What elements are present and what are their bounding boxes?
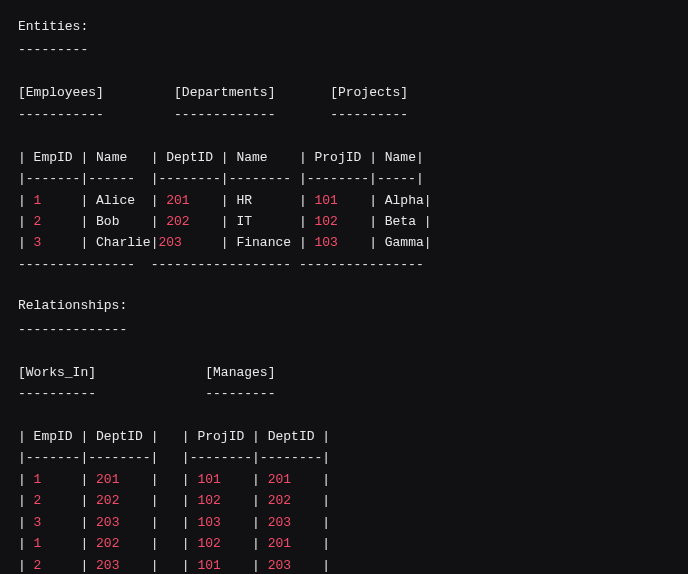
dept-row2-id: 203 xyxy=(158,235,181,250)
emp-row0-name: Alice xyxy=(96,193,135,208)
wi-row1-dept: 202 xyxy=(96,493,119,508)
dept-row0-name: HR xyxy=(236,193,252,208)
proj-row0-name: Alpha xyxy=(385,193,424,208)
relationships-heading-underline: -------------- xyxy=(18,319,670,340)
manages-col-0: ProjID xyxy=(197,429,244,444)
dept-row0-id: 201 xyxy=(166,193,189,208)
proj-row1-id: 102 xyxy=(315,214,338,229)
projects-col-1: Name xyxy=(385,150,416,165)
mg-row0-proj: 101 xyxy=(197,472,220,487)
wi-row0-dept: 201 xyxy=(96,472,119,487)
worksin-col-1: DeptID xyxy=(96,429,143,444)
dept-row1-id: 202 xyxy=(166,214,189,229)
proj-row1-name: Beta xyxy=(385,214,416,229)
mg-row1-dept: 202 xyxy=(268,493,291,508)
departments-label: [Departments] xyxy=(174,85,275,100)
entities-heading: Entities: xyxy=(18,16,670,37)
dept-row1-name: IT xyxy=(236,214,252,229)
wi-row3-dept: 202 xyxy=(96,536,119,551)
entities-heading-underline: --------- xyxy=(18,39,670,60)
worksin-col-0: EmpID xyxy=(34,429,73,444)
proj-row2-name: Gamma xyxy=(385,235,424,250)
manages-col-1: DeptID xyxy=(268,429,315,444)
mg-row3-dept: 201 xyxy=(268,536,291,551)
manages-table: [Manages] --------- | ProjID | DeptID | … xyxy=(182,340,330,574)
relationships-heading: Relationships: xyxy=(18,295,670,316)
departments-col-0: DeptID xyxy=(166,150,213,165)
wi-row4-dept: 203 xyxy=(96,558,119,573)
departments-table: [Departments] ------------- | DeptID | N… xyxy=(151,61,299,275)
works-in-table: [Works_In] ---------- | EmpID | DeptID |… xyxy=(18,340,182,574)
employees-table: [Employees] ----------- | EmpID | Name |… xyxy=(18,61,151,275)
emp-row1-name: Bob xyxy=(96,214,119,229)
mg-row3-proj: 102 xyxy=(197,536,220,551)
proj-row0-id: 101 xyxy=(315,193,338,208)
works-in-label: [Works_In] xyxy=(18,365,96,380)
mg-row4-dept: 203 xyxy=(268,558,291,573)
manages-label: [Manages] xyxy=(205,365,275,380)
relationships-tables: [Works_In] ---------- | EmpID | DeptID |… xyxy=(18,340,670,574)
dept-row2-name: Finance xyxy=(236,235,291,250)
mg-row1-proj: 102 xyxy=(197,493,220,508)
mg-row2-dept: 203 xyxy=(268,515,291,530)
emp-row2-name: Charlie xyxy=(96,235,151,250)
projects-label: [Projects] xyxy=(330,85,408,100)
employees-col-0: EmpID xyxy=(34,150,73,165)
mg-row2-proj: 103 xyxy=(197,515,220,530)
entities-tables: [Employees] ----------- | EmpID | Name |… xyxy=(18,61,670,275)
employees-col-1: Name xyxy=(96,150,127,165)
employees-label: [Employees] xyxy=(18,85,104,100)
mg-row4-proj: 101 xyxy=(197,558,220,573)
mg-row0-dept: 201 xyxy=(268,472,291,487)
proj-row2-id: 103 xyxy=(315,235,338,250)
projects-col-0: ProjID xyxy=(315,150,362,165)
wi-row2-dept: 203 xyxy=(96,515,119,530)
departments-col-1: Name xyxy=(236,150,267,165)
projects-table: [Projects] ---------- | ProjID | Name| |… xyxy=(299,61,432,275)
